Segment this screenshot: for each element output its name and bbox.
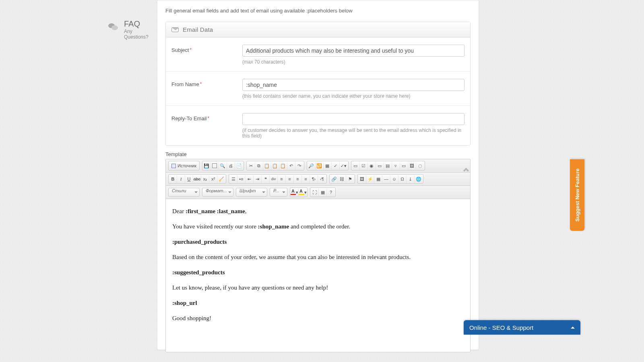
copy-icon[interactable]: ⧉ bbox=[255, 162, 263, 170]
from-name-label: From Name* bbox=[171, 79, 242, 99]
textfield-icon[interactable]: ▭ bbox=[376, 162, 384, 170]
envelope-icon bbox=[171, 27, 179, 32]
bg-color-icon[interactable]: A▾ bbox=[299, 188, 307, 196]
chevron-up-icon bbox=[571, 327, 575, 329]
underline-icon[interactable]: U bbox=[185, 175, 193, 183]
iframe-icon[interactable]: 🌐 bbox=[415, 175, 423, 183]
table-icon[interactable]: ▦ bbox=[374, 175, 382, 183]
preview-icon[interactable]: 🔍 bbox=[219, 162, 227, 170]
faq-block[interactable]: FAQ Any Questions? bbox=[109, 19, 157, 40]
find-icon[interactable]: 🔎 bbox=[308, 162, 316, 170]
template-label: Template bbox=[165, 151, 471, 157]
text-color-icon[interactable]: A▾ bbox=[291, 188, 299, 196]
cut-icon[interactable]: ✂ bbox=[247, 162, 255, 170]
remove-format-icon[interactable]: 🧹 bbox=[217, 175, 225, 183]
bold-icon[interactable]: B bbox=[169, 175, 177, 183]
div-icon[interactable]: div bbox=[270, 175, 278, 183]
about-icon[interactable]: ? bbox=[327, 188, 335, 196]
required-asterisk: * bbox=[190, 47, 192, 53]
panel-title: Email Data bbox=[183, 26, 213, 33]
source-button[interactable]: Источник bbox=[169, 162, 199, 170]
checkbox-icon[interactable]: ☑ bbox=[360, 162, 368, 170]
align-center-icon[interactable]: ≡ bbox=[286, 175, 294, 183]
chat-bar-label: Online - SEO & Support bbox=[469, 324, 533, 331]
form-icon[interactable]: ▭ bbox=[352, 162, 360, 170]
redo-icon[interactable]: ↷ bbox=[295, 162, 303, 170]
editor-toolbar-row-2: B I U abc x₂ x² 🧹 ☰ •≡ ⇤ ⇥ ❝ div bbox=[166, 173, 470, 186]
size-select[interactable]: Р... bbox=[270, 188, 287, 197]
show-blocks-icon[interactable]: ▦ bbox=[319, 188, 327, 196]
maximize-icon[interactable]: ⛶ bbox=[311, 188, 319, 196]
faq-title: FAQ bbox=[124, 19, 157, 29]
editor-toolbar-row-1: Источник 💾 🔍 🖨 📄 ✂ ⧉ 📋 📋 bbox=[166, 159, 470, 173]
link-icon[interactable]: 🔗 bbox=[330, 175, 338, 183]
faq-subtitle: Any Questions? bbox=[124, 29, 157, 40]
chat-bar[interactable]: Online - SEO & Support bbox=[464, 320, 580, 335]
align-justify-icon[interactable]: ≡ bbox=[302, 175, 310, 183]
italic-icon[interactable]: I bbox=[177, 175, 185, 183]
format-select[interactable]: Формат... bbox=[202, 188, 233, 197]
textarea-icon[interactable]: ▤ bbox=[384, 162, 392, 170]
image-icon[interactable]: 🖼 bbox=[358, 175, 366, 183]
subject-label: Subject* bbox=[171, 45, 242, 65]
template-icon[interactable]: 📄 bbox=[235, 162, 243, 170]
select-all-icon[interactable]: ▦ bbox=[324, 162, 332, 170]
print-icon[interactable]: 🖨 bbox=[227, 162, 235, 170]
subject-input[interactable] bbox=[242, 45, 464, 57]
outdent-icon[interactable]: ⇤ bbox=[246, 175, 254, 183]
replace-icon[interactable]: 🔁 bbox=[316, 162, 324, 170]
paste-word-icon[interactable]: 📋 bbox=[279, 162, 287, 170]
panel-header: Email Data bbox=[166, 22, 470, 37]
image-button-icon[interactable]: 🖼 bbox=[408, 162, 416, 170]
flash-icon[interactable]: ⚡ bbox=[366, 175, 374, 183]
hr-icon[interactable]: — bbox=[382, 175, 390, 183]
spellcheck-icon[interactable]: ✓ bbox=[332, 162, 340, 170]
strike-icon[interactable]: abc bbox=[193, 175, 201, 183]
source-icon bbox=[171, 164, 176, 168]
radio-icon[interactable]: ◉ bbox=[368, 162, 376, 170]
ltr-icon[interactable]: ¶› bbox=[310, 175, 318, 183]
select-field-icon[interactable]: ▿ bbox=[392, 162, 400, 170]
align-right-icon[interactable]: ≡ bbox=[294, 175, 302, 183]
special-char-icon[interactable]: Ω bbox=[398, 175, 407, 183]
editor-toolbar-row-3: Стили Формат... Шрифт Р... A▾ bbox=[166, 186, 470, 199]
subject-row: Subject* (max 70 characters) bbox=[166, 37, 470, 72]
rich-text-editor: Источник 💾 🔍 🖨 📄 ✂ ⧉ 📋 📋 bbox=[165, 159, 471, 352]
email-settings-card: Fill general email fields and add text o… bbox=[157, 0, 479, 350]
subject-help: (max 70 characters) bbox=[242, 59, 464, 65]
from-name-help: (this field contains sender name, you ca… bbox=[242, 93, 464, 99]
subscript-icon[interactable]: x₂ bbox=[201, 175, 209, 183]
new-page-icon[interactable] bbox=[211, 162, 219, 170]
numbered-list-icon[interactable]: ☰ bbox=[229, 175, 237, 183]
superscript-icon[interactable]: x² bbox=[209, 175, 217, 183]
blockquote-icon[interactable]: ❝ bbox=[262, 175, 270, 183]
align-left-icon[interactable]: ≡ bbox=[278, 175, 286, 183]
styles-select[interactable]: Стили bbox=[168, 188, 200, 197]
pagebreak-icon[interactable]: ⤓ bbox=[407, 175, 415, 183]
suggest-feature-tab[interactable]: Suggest New Feature bbox=[570, 159, 584, 231]
rtl-icon[interactable]: ‹¶ bbox=[318, 175, 326, 183]
editor-body[interactable]: Dear :first_name :last_name, You have vi… bbox=[166, 199, 470, 352]
paste-text-icon[interactable]: 📋 bbox=[271, 162, 279, 170]
comments-icon bbox=[108, 22, 118, 34]
hidden-field-icon[interactable]: ◌ bbox=[416, 162, 424, 170]
unlink-icon[interactable]: ⛓ bbox=[338, 175, 346, 183]
reply-to-row: Reply-To Email* (if customer decides to … bbox=[166, 106, 470, 145]
reply-to-label: Reply-To Email* bbox=[171, 113, 242, 139]
reply-to-input[interactable] bbox=[242, 113, 464, 125]
intro-text: Fill general email fields and add text o… bbox=[157, 8, 479, 18]
from-name-row: From Name* (this field contains sender n… bbox=[166, 72, 470, 106]
undo-icon[interactable]: ↶ bbox=[287, 162, 295, 170]
button-field-icon[interactable]: ▭ bbox=[400, 162, 408, 170]
save-icon[interactable]: 💾 bbox=[203, 162, 211, 170]
reply-to-help: (if customer decides to answer you, the … bbox=[242, 128, 464, 139]
anchor-icon[interactable]: ⚑ bbox=[346, 175, 354, 183]
bullet-list-icon[interactable]: •≡ bbox=[237, 175, 246, 183]
smiley-icon[interactable]: ☺ bbox=[390, 175, 398, 183]
template-block: Template Источник 💾 🔍 🖨 bbox=[165, 151, 471, 352]
spellcheck-options-icon[interactable]: ✓▾ bbox=[340, 162, 348, 170]
from-name-input[interactable] bbox=[242, 79, 464, 91]
paste-icon[interactable]: 📋 bbox=[263, 162, 271, 170]
indent-icon[interactable]: ⇥ bbox=[254, 175, 262, 183]
font-select[interactable]: Шрифт bbox=[236, 188, 267, 197]
